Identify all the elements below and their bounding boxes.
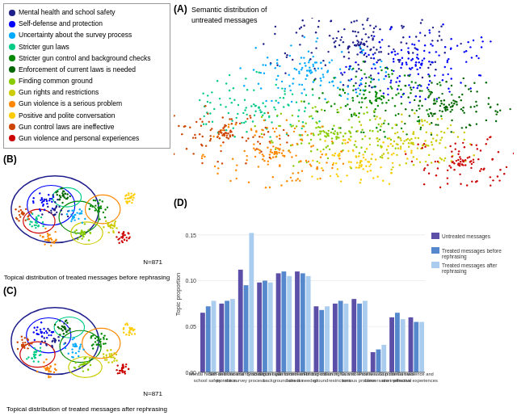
svg-point-155 <box>55 191 57 193</box>
svg-point-344 <box>36 330 37 331</box>
svg-point-453 <box>57 326 59 328</box>
svg-point-587 <box>27 347 28 349</box>
svg-point-131 <box>89 208 90 210</box>
svg-rect-657 <box>333 304 338 372</box>
svg-rect-672 <box>389 317 394 372</box>
panel-b-n: N=871 <box>143 258 162 266</box>
svg-point-11 <box>50 212 52 213</box>
panel-c: (C) N=871 Topical distribution of treate… <box>3 285 170 414</box>
svg-point-157 <box>82 237 83 239</box>
svg-point-532 <box>45 359 47 360</box>
svg-point-462 <box>65 321 66 322</box>
svg-point-512 <box>109 355 111 357</box>
svg-point-217 <box>54 231 56 233</box>
svg-point-536 <box>45 368 47 370</box>
svg-point-551 <box>126 322 128 324</box>
svg-rect-633 <box>238 270 243 372</box>
svg-rect-643 <box>281 271 286 372</box>
svg-point-203 <box>112 232 114 233</box>
svg-point-531 <box>53 372 55 373</box>
svg-point-121 <box>100 205 102 207</box>
legend-item: Mental health and school safety <box>9 7 165 18</box>
svg-point-25 <box>53 214 55 216</box>
svg-point-402 <box>40 351 41 352</box>
svg-rect-658 <box>338 300 343 372</box>
svg-point-43 <box>33 197 35 199</box>
svg-rect-678 <box>414 322 418 372</box>
svg-point-385 <box>79 346 81 348</box>
svg-point-530 <box>54 363 56 365</box>
svg-point-432 <box>99 346 101 347</box>
svg-point-156 <box>62 195 64 197</box>
scatter-panel-a <box>174 18 514 197</box>
svg-point-320 <box>58 339 60 341</box>
svg-point-62 <box>74 214 76 216</box>
svg-point-358 <box>33 331 35 333</box>
svg-point-421 <box>92 347 94 349</box>
svg-point-346 <box>34 339 36 341</box>
svg-point-429 <box>95 341 96 342</box>
right-column: (A) Semantic distribution ofuntreated me… <box>174 0 517 420</box>
svg-point-274 <box>19 206 20 208</box>
svg-point-484 <box>84 361 86 363</box>
svg-point-461 <box>65 331 67 333</box>
svg-point-244 <box>128 194 129 195</box>
svg-point-190 <box>103 226 104 228</box>
svg-rect-669 <box>381 345 386 372</box>
svg-point-281 <box>21 212 23 214</box>
svg-point-383 <box>74 346 76 347</box>
svg-point-198 <box>105 220 107 222</box>
svg-point-288 <box>128 232 129 233</box>
svg-point-85 <box>42 221 44 223</box>
svg-point-326 <box>44 341 46 342</box>
svg-point-125 <box>102 200 103 202</box>
svg-point-491 <box>106 355 107 356</box>
svg-rect-668 <box>376 350 381 372</box>
svg-rect-664 <box>363 300 368 372</box>
svg-point-74 <box>79 208 81 210</box>
svg-point-94 <box>31 221 32 223</box>
svg-point-430 <box>90 337 92 338</box>
svg-point-472 <box>75 362 77 363</box>
svg-point-610 <box>128 368 129 370</box>
svg-point-40 <box>51 198 53 200</box>
panel-b: (B) N=871 Topical distribution of tre <box>3 153 170 282</box>
svg-point-75 <box>68 210 69 212</box>
svg-point-396 <box>33 360 35 362</box>
panel-c-caption: Topical distribution of treated messages… <box>3 405 170 414</box>
svg-point-110 <box>93 200 95 201</box>
svg-point-225 <box>44 243 45 245</box>
svg-point-394 <box>27 356 29 358</box>
svg-point-265 <box>19 216 21 218</box>
svg-point-67 <box>70 220 72 222</box>
svg-point-335 <box>52 340 53 342</box>
svg-point-305 <box>117 239 119 241</box>
svg-point-9 <box>61 209 62 211</box>
svg-point-262 <box>25 208 27 210</box>
svg-text:Topic proportion: Topic proportion <box>174 273 182 316</box>
svg-point-469 <box>82 370 84 372</box>
svg-point-257 <box>28 218 30 220</box>
svg-point-306 <box>124 239 125 241</box>
legend-item: Positive and polite conversation <box>9 111 165 121</box>
legend-item: Stricter gun control and background chec… <box>9 53 165 64</box>
svg-point-102 <box>34 225 36 226</box>
svg-point-564 <box>17 342 19 343</box>
svg-point-57 <box>78 218 79 220</box>
svg-text:ground: ground <box>313 378 328 383</box>
svg-point-591 <box>117 372 119 374</box>
svg-rect-667 <box>371 352 376 372</box>
svg-point-184 <box>111 220 113 221</box>
svg-point-130 <box>95 205 96 207</box>
svg-point-10 <box>50 210 52 212</box>
svg-point-538 <box>48 371 49 372</box>
svg-point-537 <box>43 366 44 368</box>
svg-point-65 <box>76 212 78 213</box>
svg-point-416 <box>96 336 98 338</box>
svg-rect-642 <box>276 273 281 372</box>
svg-point-528 <box>49 376 51 377</box>
svg-point-145 <box>59 195 61 196</box>
svg-point-604 <box>121 370 123 372</box>
svg-point-503 <box>111 353 112 355</box>
svg-point-160 <box>77 238 78 240</box>
